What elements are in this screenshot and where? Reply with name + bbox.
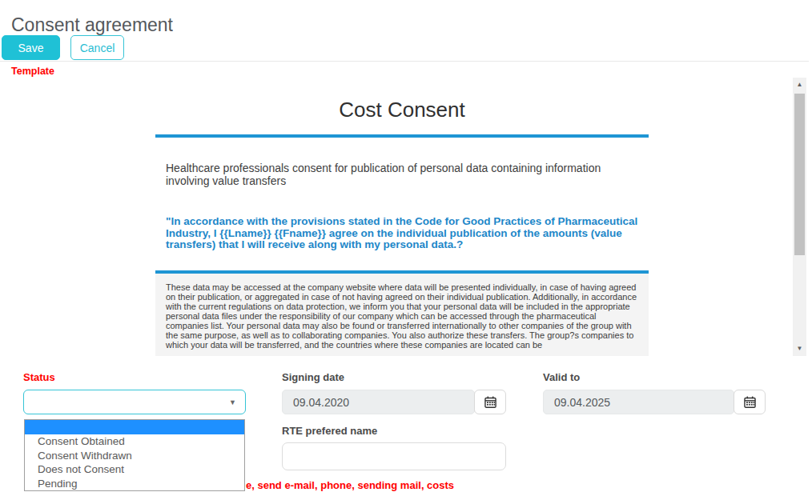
save-button[interactable]: Save	[2, 35, 60, 60]
document-intro-paragraph: Healthcare professionals consent for pub…	[155, 162, 649, 187]
valid-to-input[interactable]	[543, 390, 734, 414]
chevron-down-icon: ▼	[229, 398, 236, 406]
dropdown-option-consent-obtained[interactable]: Consent Obtained	[25, 434, 244, 449]
rte-prefered-name-label: RTE prefered name	[282, 425, 377, 437]
template-preview-area: Cost Consent Healthcare professionals co…	[0, 78, 806, 356]
valid-to-label: Valid to	[543, 371, 580, 383]
signing-date-input[interactable]	[282, 390, 475, 414]
signing-date-label: Signing date	[282, 371, 344, 383]
scrollbar-thumb[interactable]	[794, 94, 805, 255]
page-title: Consent agreement	[11, 14, 173, 36]
cancel-button[interactable]: Cancel	[70, 35, 124, 60]
template-scrollbar[interactable]: ▲ ▼	[793, 78, 806, 356]
dropdown-option-does-not-consent[interactable]: Does not Consent	[25, 462, 244, 477]
dropdown-option-pending[interactable]: Pending	[25, 477, 244, 491]
signing-date-calendar-button[interactable]	[474, 390, 506, 414]
document-rule-top	[155, 134, 649, 138]
document-body-paragraph: These data may be accessed at the compan…	[155, 274, 649, 357]
status-dropdown-panel[interactable]: Consent Obtained Consent Withdrawn Does …	[24, 419, 245, 491]
calendar-icon	[744, 396, 756, 408]
scroll-up-icon[interactable]: ▲	[793, 78, 806, 91]
dropdown-option-empty[interactable]	[25, 420, 244, 434]
scroll-down-icon[interactable]: ▼	[793, 342, 806, 355]
template-field-label: Template	[11, 66, 54, 77]
valid-to-calendar-button[interactable]	[734, 390, 766, 414]
calendar-icon	[484, 396, 496, 408]
consent-document: Cost Consent Healthcare professionals co…	[155, 78, 649, 356]
dropdown-option-consent-withdrawn[interactable]: Consent Withdrawn	[25, 449, 244, 463]
status-select[interactable]: ▼	[23, 390, 246, 414]
header-divider	[0, 61, 809, 62]
document-title: Cost Consent	[155, 98, 649, 122]
consent-scope-hint-text: e, send e-mail, phone, sending mail, cos…	[246, 479, 454, 491]
document-statement-paragraph: "In accordance with the provisions state…	[155, 216, 649, 251]
rte-prefered-name-input[interactable]	[282, 442, 506, 470]
status-field-label: Status	[23, 371, 55, 383]
